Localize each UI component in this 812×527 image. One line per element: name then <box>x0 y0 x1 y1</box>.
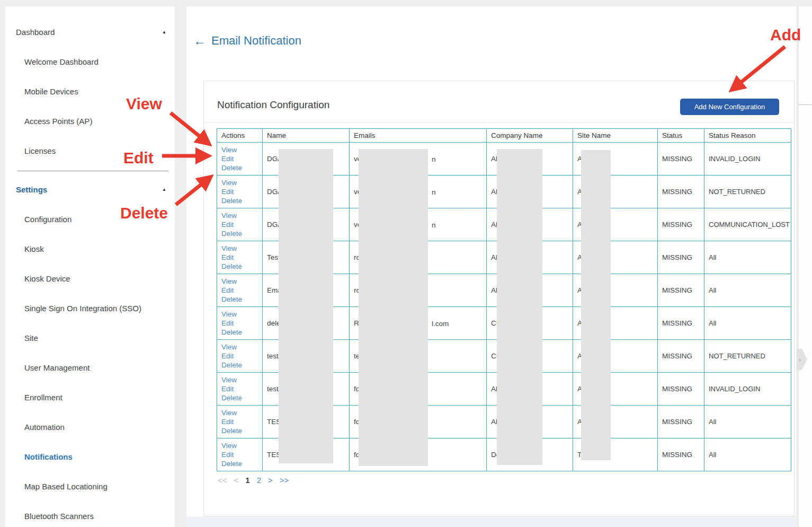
page-button-2[interactable]: 2 <box>257 476 261 485</box>
add-new-configuration-button[interactable]: Add New Configuration <box>680 99 779 115</box>
actions-cell: View Edit Delete <box>217 406 263 438</box>
delete-link[interactable]: Delete <box>221 262 261 271</box>
collapse-caret-icon[interactable]: ▲ <box>162 187 166 192</box>
sidebar-item-enrollment[interactable]: Enrollment <box>5 382 175 412</box>
sidebar-item-mobile-devices[interactable]: Mobile Devices <box>5 76 175 106</box>
site-redaction-box <box>581 150 611 460</box>
sidebar-section-dashboard[interactable]: Dashboard ▲ <box>5 17 175 47</box>
delete-link[interactable]: Delete <box>221 459 261 468</box>
page-button-1[interactable]: 1 <box>245 476 249 485</box>
edit-link[interactable]: Edit <box>221 384 261 393</box>
status-cell: MISSING <box>658 274 704 307</box>
delete-link[interactable]: Delete <box>221 229 261 238</box>
sidebar-item-bluetooth-scanners[interactable]: Bluetooth Scanners <box>5 501 175 527</box>
edit-link[interactable]: Edit <box>221 187 261 196</box>
delete-link[interactable]: Delete <box>221 295 261 304</box>
col-header-name: Name <box>263 129 350 143</box>
main-content: ← Email Notification Notification Config… <box>186 6 796 527</box>
col-header-company-name: Company Name <box>487 129 573 143</box>
edit-link[interactable]: Edit <box>221 319 261 328</box>
bottom-strip <box>186 516 796 527</box>
sidebar-item-welcome-dashboard[interactable]: Welcome Dashboard <box>5 47 175 76</box>
page-title-bar: ← Email Notification <box>193 34 301 48</box>
sidebar-item-sso[interactable]: Single Sign On Integration (SSO) <box>5 293 175 323</box>
status-reason-cell: All <box>704 406 791 438</box>
sidebar-item-kiosk[interactable]: Kiosk <box>5 234 175 264</box>
sidebar-item-kiosk-device[interactable]: Kiosk Device <box>5 264 175 293</box>
delete-link[interactable]: Delete <box>221 426 261 435</box>
view-link[interactable]: View <box>221 244 261 253</box>
prev-page-button[interactable]: < <box>234 476 239 485</box>
sidebar-item-configuration[interactable]: Configuration <box>5 204 175 234</box>
last-page-button[interactable]: >> <box>280 476 289 485</box>
sidebar-section-settings[interactable]: Settings ▲ <box>5 174 175 204</box>
sidebar-item-map-based-locationing[interactable]: Map Based Locationing <box>5 471 175 501</box>
delete-link[interactable]: Delete <box>221 393 261 402</box>
view-link[interactable]: View <box>221 211 261 220</box>
sidebar-item-licenses[interactable]: Licenses <box>5 136 175 165</box>
delete-link[interactable]: Delete <box>221 196 261 205</box>
sidebar-item-site[interactable]: Site <box>5 323 175 353</box>
edit-link[interactable]: Edit <box>221 286 261 295</box>
status-cell: MISSING <box>658 340 704 373</box>
col-header-status-reason: Status Reason <box>704 129 791 143</box>
actions-cell: View Edit Delete <box>217 175 263 208</box>
notification-configuration-card: Notification Configuration Add New Confi… <box>203 81 795 516</box>
actions-cell: View Edit Delete <box>217 241 263 274</box>
delete-link[interactable]: Delete <box>221 163 261 172</box>
status-cell: MISSING <box>658 406 704 438</box>
col-header-site-name: Site Name <box>573 129 658 143</box>
status-cell: MISSING <box>658 143 704 175</box>
view-link[interactable]: View <box>221 145 261 154</box>
actions-cell: View Edit Delete <box>217 274 263 307</box>
actions-cell: View Edit Delete <box>217 438 263 471</box>
view-link[interactable]: View <box>221 441 261 450</box>
view-link[interactable]: View <box>221 277 261 286</box>
status-reason-cell: All <box>704 307 791 340</box>
right-panel-divider <box>799 104 812 105</box>
card-title: Notification Configuration <box>217 99 329 111</box>
status-reason-cell: All <box>704 438 791 471</box>
col-header-status: Status <box>658 129 704 143</box>
actions-cell: View Edit Delete <box>217 208 263 241</box>
view-link[interactable]: View <box>221 178 261 187</box>
delete-link[interactable]: Delete <box>221 328 261 337</box>
edit-link[interactable]: Edit <box>221 220 261 229</box>
back-arrow-icon[interactable]: ← <box>193 34 206 47</box>
edit-link[interactable]: Edit <box>221 417 261 426</box>
edit-link[interactable]: Edit <box>221 450 261 459</box>
next-page-button[interactable]: > <box>268 476 273 485</box>
sidebar-item-user-management[interactable]: User Management <box>5 353 175 382</box>
emails-redaction-box <box>359 149 428 466</box>
edit-link[interactable]: Edit <box>221 154 261 163</box>
view-link[interactable]: View <box>221 408 261 417</box>
edit-link[interactable]: Edit <box>221 253 261 262</box>
status-reason-cell: NOT_RETURNED <box>704 340 791 373</box>
status-reason-cell: COMMUNICATION_LOST <box>704 208 791 241</box>
status-cell: MISSING <box>658 175 704 208</box>
actions-cell: View Edit Delete <box>217 373 263 406</box>
collapse-caret-icon[interactable]: ▲ <box>162 30 166 34</box>
sidebar: Dashboard ▲ Welcome Dashboard Mobile Dev… <box>5 6 175 527</box>
sidebar-item-notifications[interactable]: Notifications <box>5 442 175 471</box>
actions-cell: View Edit Delete <box>217 143 263 175</box>
view-link[interactable]: View <box>221 342 261 352</box>
first-page-button[interactable]: << <box>218 476 227 485</box>
status-reason-cell: INVALID_LOGIN <box>704 143 791 175</box>
right-edge-panel <box>798 6 812 527</box>
status-reason-cell: NOT_RETURNED <box>704 175 791 208</box>
sidebar-item-automation[interactable]: Automation <box>5 412 175 442</box>
page-title: Email Notification <box>211 34 301 48</box>
table-header-row: Actions Name Emails Company Name Site Na… <box>217 129 791 143</box>
name-redaction-box <box>279 149 333 463</box>
delete-link[interactable]: Delete <box>221 361 261 370</box>
col-header-emails: Emails <box>350 129 487 143</box>
edit-link[interactable]: Edit <box>221 352 261 361</box>
sidebar-item-access-points[interactable]: Access Points (AP) <box>5 106 175 136</box>
chevron-right-icon: › <box>797 356 801 364</box>
status-cell: MISSING <box>658 208 704 241</box>
card-header-divider <box>204 122 794 123</box>
actions-cell: View Edit Delete <box>217 307 263 340</box>
view-link[interactable]: View <box>221 310 261 319</box>
view-link[interactable]: View <box>221 375 261 384</box>
